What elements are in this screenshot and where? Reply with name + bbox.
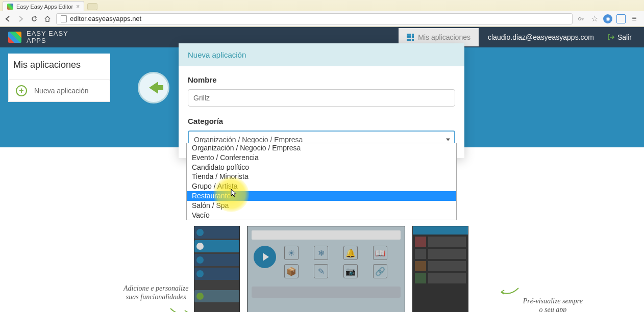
dropdown-option[interactable]: Grupo / Artista xyxy=(187,181,456,191)
dropdown-option[interactable]: Restaurante xyxy=(187,191,456,201)
grid-icon xyxy=(407,34,414,41)
url-bar[interactable]: editor.easyeasyapps.net xyxy=(56,13,573,24)
arrow-swoosh-icon xyxy=(169,307,190,312)
modal-title: Nueva aplicación xyxy=(179,43,464,66)
sidebar-title: Mis aplicaciones xyxy=(8,54,110,80)
svg-point-0 xyxy=(579,17,581,20)
extension-box-icon[interactable] xyxy=(616,14,626,23)
home-icon[interactable] xyxy=(43,14,52,23)
url-text: editor.easyeasyapps.net xyxy=(70,15,141,22)
name-label: Nombre xyxy=(188,75,455,84)
exit-icon xyxy=(607,34,614,41)
dropdown-option[interactable]: Tienda / Minorista xyxy=(187,172,456,181)
dropdown-option[interactable]: Organización / Negocio / Empresa xyxy=(187,143,456,153)
close-tab-icon[interactable]: × xyxy=(76,3,80,10)
caption-left: Adicione e personalize suas funcionalida… xyxy=(123,284,189,302)
exit-button[interactable]: Salir xyxy=(603,33,636,41)
logo-icon xyxy=(8,32,21,43)
favicon-icon xyxy=(7,4,13,10)
reload-icon[interactable] xyxy=(30,14,39,23)
back-button[interactable] xyxy=(138,72,169,103)
new-app-modal: Nueva aplicación Nombre Categoría Organi… xyxy=(179,43,464,158)
chevron-down-icon xyxy=(446,139,450,141)
my-apps-label: Mis aplicaciones xyxy=(418,33,470,41)
page-icon xyxy=(61,15,67,22)
back-icon[interactable] xyxy=(3,14,12,23)
browser-tab[interactable]: Easy Easy Apps Editor × xyxy=(3,1,84,11)
tab-title: Easy Easy Apps Editor xyxy=(16,4,73,10)
menu-icon[interactable]: ≡ xyxy=(630,14,639,23)
arrow-left-icon xyxy=(149,82,158,94)
new-app-label: Nueva aplicación xyxy=(34,87,89,95)
logo[interactable]: EASY EASY APPS xyxy=(8,30,68,45)
user-email[interactable]: claudio.diaz@easyeasyapps.com xyxy=(479,33,603,41)
star-icon[interactable]: ☆ xyxy=(590,14,599,23)
exit-label: Salir xyxy=(617,33,632,41)
new-app-button[interactable]: + Nueva aplicación xyxy=(8,80,110,102)
dropdown-option[interactable]: Vacío xyxy=(187,211,456,220)
dropdown-option[interactable]: Salón / Spa xyxy=(187,201,456,211)
dropdown-option[interactable]: Candidato político xyxy=(187,163,456,172)
arrow-swoosh-icon xyxy=(499,287,519,298)
key-icon[interactable] xyxy=(577,14,586,23)
caption-right: Pré-visualize sempre o seu app xyxy=(523,297,583,312)
forward-icon[interactable] xyxy=(16,14,26,23)
category-dropdown[interactable]: Organización / Negocio / EmpresaEvento /… xyxy=(186,143,457,220)
new-tab-button[interactable] xyxy=(87,3,97,10)
name-input[interactable] xyxy=(188,89,455,107)
logo-text: EASY EASY APPS xyxy=(27,30,68,45)
extension-globe-icon[interactable]: ◉ xyxy=(603,14,612,23)
preview-mockup: ☀❄🔔📖 📦✎📷🔗 xyxy=(194,226,578,312)
category-label: Categoría xyxy=(188,117,455,125)
plus-icon: + xyxy=(16,85,27,96)
dropdown-option[interactable]: Evento / Conferencia xyxy=(187,153,456,163)
